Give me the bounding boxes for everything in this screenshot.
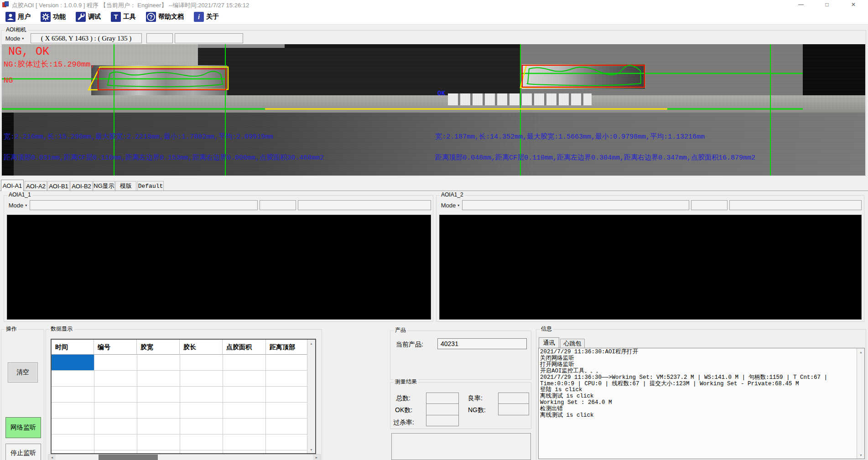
horizontal-scroll-thumb[interactable] (99, 455, 158, 460)
column-header-glue-width[interactable]: 胶宽 (137, 340, 180, 355)
tab-comms[interactable]: 通讯 (539, 337, 559, 348)
results-group-label: 测量结果 (394, 378, 418, 385)
log-lines: 2021/7/29 11:36:30:AOI程序打开 关闭网络监听 打开网络监听… (540, 349, 855, 419)
info-group: 信息 通讯 心跳包 2021/7/29 11:36:30:AOI程序打开 关闭网… (536, 329, 866, 460)
toolbar-item-help[interactable]: ? 帮助文档 (141, 10, 188, 23)
aoia1-1-group: AOIA1_1 Mode▾ (4, 195, 433, 322)
log-line: 2021/7/29 11:36:30——>Working Set: VM:523… (540, 375, 855, 381)
scroll-up-icon[interactable]: ▲ (307, 340, 315, 347)
help-icon: ? (146, 12, 156, 22)
table-vertical-scrollbar[interactable]: ▲ ▼ (307, 340, 315, 453)
tab-aoi-b1[interactable]: AOI-B1 (47, 181, 70, 191)
aoia1-1-group-label: AOIA1_1 (7, 191, 32, 198)
current-product-input[interactable]: 40231 (437, 338, 527, 349)
selected-cell[interactable] (52, 355, 94, 370)
ng-count-value (498, 403, 529, 415)
yield-rate-label: 良率: (468, 394, 483, 403)
log-line: 离线测试 is click (540, 393, 855, 400)
camera-image-view[interactable]: NG, OK NG:胶体过长:15.290mm, NG OK 宽:2.216mm… (2, 44, 865, 176)
scroll-down-icon[interactable]: ▼ (307, 446, 315, 453)
column-header-id[interactable]: 编号 (94, 340, 137, 355)
ng-label-text: NG (4, 76, 13, 85)
comms-log[interactable]: 2021/7/29 11:36:30:AOI程序打开 关闭网络监听 打开网络监听… (538, 348, 865, 459)
scroll-down-icon[interactable]: ▼ (857, 451, 865, 459)
current-product-label: 当前产品: (396, 341, 423, 349)
window-title: 点胶AOI [ Version : 1.0.0.9 ] 程序 【当前用户： En… (12, 1, 249, 10)
scroll-left-icon[interactable]: ◄ (48, 455, 56, 460)
table-body[interactable] (52, 355, 308, 453)
left-measure-line2: 距离顶部0.031mm,距离CF层0.110mm,距离左边界0.153mm,距离… (4, 153, 324, 162)
log-line: 打开网络监听 (540, 362, 855, 368)
ok-label-text: OK (437, 90, 445, 97)
scroll-up-icon[interactable]: ▲ (857, 348, 865, 356)
column-header-glue-length[interactable]: 胶长 (180, 340, 223, 355)
toolbar-item-about[interactable]: i关于 (189, 10, 223, 23)
data-display-group: 数据显示 时间 编号 胶宽 胶长 点胶面积 距离顶部 ▲ ▼ ◄ ► (46, 329, 322, 460)
camera-info-box-2 (175, 33, 243, 43)
operate-group-label: 操作 (5, 326, 18, 332)
operate-group: 操作 清空 网络监听 停止监听 (1, 329, 44, 460)
minimize-button[interactable]: — (790, 0, 811, 9)
overkill-rate-label: 过杀率: (393, 419, 414, 427)
data-table[interactable]: 时间 编号 胶宽 胶长 点胶面积 距离顶部 ▲ ▼ (51, 339, 316, 454)
column-header-dist-top[interactable]: 距离顶部 (266, 340, 308, 355)
tab-ng-display[interactable]: NG显示 (93, 181, 115, 191)
ng-reason-text: NG:胶体过长:15.290mm, (4, 59, 95, 69)
ng-count-label: NG数: (468, 406, 486, 414)
aoia1-1-info-box-2 (260, 200, 296, 210)
app-window: 点胶AOI [ Version : 1.0.0.9 ] 程序 【当前用户： En… (0, 0, 868, 460)
tab-default[interactable]: Default (137, 181, 164, 191)
camera-coords-readout: ( X 6568, Y 1463 ) : ( Gray 135 ) (31, 33, 142, 43)
toolbar-item-user[interactable]: 用户 (1, 10, 35, 23)
total-count-label: 总数: (396, 394, 411, 403)
aoi-camera-group-label: AOI相机 (5, 26, 28, 33)
aoia1-2-mode-dropdown[interactable]: Mode▾ (440, 200, 460, 210)
letter-t-icon: T (111, 12, 121, 22)
info-group-label: 信息 (540, 326, 553, 332)
scroll-right-icon[interactable]: ► (313, 455, 320, 460)
table-header-row: 时间 编号 胶宽 胶长 点胶面积 距离顶部 (52, 340, 308, 355)
network-listen-button[interactable]: 网络监听 (5, 417, 41, 438)
user-icon (5, 12, 16, 22)
info-icon: i (194, 12, 204, 22)
total-count-value (426, 393, 459, 404)
aoia1-2-group-label: AOIA1_2 (440, 191, 465, 198)
toolbar-item-function[interactable]: 功能 (36, 10, 70, 23)
product-group-label: 产品 (394, 327, 407, 334)
column-header-time[interactable]: 时间 (52, 340, 94, 355)
gear-icon (41, 12, 51, 22)
column-header-glue-area[interactable]: 点胶面积 (223, 340, 266, 355)
clear-button[interactable]: 清空 (8, 362, 38, 382)
maximize-button[interactable]: □ (816, 0, 837, 9)
toolbar-item-tools[interactable]: T工具 (106, 10, 140, 23)
stop-listen-button[interactable]: 停止监听 (5, 444, 41, 460)
tab-aoi-a1[interactable]: AOI-A1 (1, 180, 24, 191)
camera-mode-dropdown[interactable]: Mode▾ (4, 33, 25, 43)
aoia1-2-image-view[interactable] (439, 215, 862, 320)
aoia1-1-mode-dropdown[interactable]: Mode▾ (8, 200, 28, 210)
right-measure-line2: 距离顶部0.048mm,距离CF层0.110mm,距离左边界0.304mm,距离… (435, 153, 755, 162)
tab-aoi-a2[interactable]: AOI-A2 (25, 181, 47, 191)
log-line: 离线测试 is click (540, 413, 855, 419)
tab-strip-divider (0, 191, 868, 191)
chevron-down-icon: ▾ (457, 203, 459, 207)
toolbar-item-debug[interactable]: 调试 (71, 10, 105, 23)
aoia1-2-group: AOIA1_2 Mode▾ (436, 195, 864, 322)
log-line: 2021/7/29 11:36:30:AOI程序打开 (540, 349, 855, 356)
app-icon (2, 1, 9, 8)
tab-template[interactable]: 模版 (115, 181, 136, 191)
log-scrollbar[interactable]: ▲ ▼ (857, 348, 864, 459)
right-measure-line1: 宽:2.187mm,长:14.352mm,最大胶宽:1.5663mm,最小:0.… (435, 132, 705, 141)
data-display-group-label: 数据显示 (49, 326, 74, 332)
wrench-icon (76, 12, 86, 22)
close-button[interactable]: ✕ (843, 0, 864, 9)
tab-aoi-b2[interactable]: AOI-B2 (70, 181, 93, 191)
result-text: NG, OK (8, 45, 49, 58)
ok-count-value (426, 403, 459, 415)
tab-heartbeat[interactable]: 心跳包 (560, 339, 585, 348)
table-horizontal-scrollbar[interactable]: ◄ ► (48, 454, 321, 460)
aoia1-1-info-box-1 (30, 200, 258, 210)
svg-text:?: ? (149, 14, 152, 20)
log-line: 关闭网络监听 (540, 356, 855, 362)
aoia1-1-image-view[interactable] (7, 215, 431, 320)
